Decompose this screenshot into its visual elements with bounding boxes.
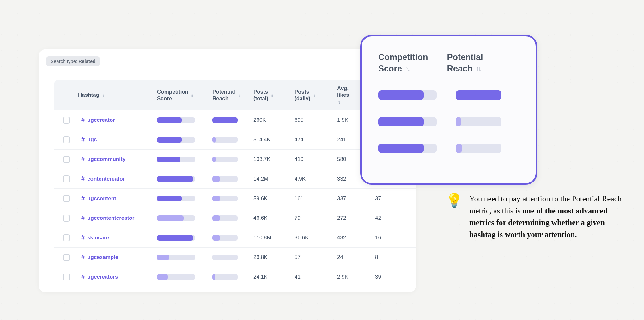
competition-bar [157,274,195,280]
posts-daily-cell: 695 [291,110,334,130]
hashtag-cell[interactable]: # ugccreator [78,110,154,130]
reach-bar [212,196,238,201]
avg-likes-cell: 337 [334,189,372,208]
posts-total-cell: 26.8K [250,248,291,267]
row-checkbox-cell [54,267,78,287]
row-checkbox[interactable] [63,156,70,163]
header-avg-likes-label: Avg.likes↑↓ [337,85,349,105]
hashtag-cell[interactable]: # contentcreator [78,169,154,188]
row-checkbox[interactable] [63,215,70,222]
avg-likes-cell: 432 [334,228,372,247]
row-checkbox[interactable] [63,234,70,241]
extra-cell: 42 [372,208,410,228]
hash-icon: # [81,214,85,222]
reach-bar [212,274,238,280]
header-reach[interactable]: PotentialReach ↑↓ [209,80,250,110]
posts-daily-cell: 79 [291,208,334,228]
callout-header-competition: Competition Score ↑↓ [378,52,428,75]
posts-total-cell: 103.7K [250,150,291,169]
hash-icon: # [81,116,85,124]
hashtag-cell[interactable]: # ugcexample [78,248,154,267]
posts-daily-cell: 410 [291,150,334,169]
row-checkbox[interactable] [63,117,70,124]
hashtag-cell[interactable]: # ugccontentcreator [78,208,154,228]
header-hashtag[interactable]: Hashtag ↑↓ [78,80,154,110]
metric-callout: Competition Score ↑↓ Potential Reach ↑↓ [360,35,537,185]
header-reach-label: PotentialReach [212,89,235,102]
row-checkbox[interactable] [63,274,70,280]
callout-row [378,90,519,100]
reach-cell [209,169,250,188]
row-checkbox-cell [54,208,78,228]
posts-daily-cell: 36.6K [291,228,334,247]
callout-header-reach: Potential Reach ↑↓ [447,52,483,75]
row-checkbox-cell [54,110,78,130]
hashtag-cell[interactable]: # ugc [78,130,154,149]
reach-cell [209,267,250,287]
row-checkbox-cell [54,169,78,188]
search-type-value: Related [78,58,95,64]
competition-bar [157,215,195,221]
sort-icon: ↑↓ [476,64,480,74]
posts-total-cell: 59.6K [250,189,291,208]
row-checkbox[interactable] [63,254,70,261]
hashtag-cell[interactable]: # ugccreators [78,267,154,287]
extra-cell: 39 [372,267,410,287]
reach-bar [212,235,238,241]
callout-row [378,117,519,126]
reach-cell [209,189,250,208]
competition-bar [157,255,195,260]
row-checkbox[interactable] [63,195,70,202]
hashtag-text: ugccreator [87,117,115,123]
avg-likes-cell: 24 [334,248,372,267]
competition-cell [154,228,209,247]
table-row: # ugcexample 26.8K 57 24 8 [54,248,416,267]
row-checkbox-cell [54,228,78,247]
extra-cell: 8 [372,248,410,267]
competition-cell [154,169,209,188]
sort-icon: ↑↓ [312,93,314,98]
hash-icon: # [81,274,85,281]
sort-icon: ↑↓ [101,93,103,98]
table-row: # ugccreators 24.1K 41 2.9K 39 [54,267,416,287]
row-checkbox-cell [54,130,78,149]
sort-icon: ↑↓ [270,93,272,98]
results-card: Search type: Related Hashtag ↑↓ Competit… [39,49,416,292]
extra-cell: 37 [372,189,410,208]
search-type-label: Search type: [51,58,77,64]
competition-cell [154,267,209,287]
hashtag-cell[interactable]: # ugccommunity [78,150,154,169]
callout-competition-bar [378,117,437,126]
hashtag-text: ugc [87,137,97,143]
hashtag-cell[interactable]: # skincare [78,228,154,247]
reach-cell [209,150,250,169]
row-checkbox[interactable] [63,175,70,182]
header-competition[interactable]: CompetitionScore ↑↓ [154,80,209,110]
avg-likes-cell: 272 [334,208,372,228]
callout-reach-bar [456,117,501,126]
competition-cell [154,130,209,149]
hashtag-cell[interactable]: # ugccontent [78,189,154,208]
hash-icon: # [81,136,85,143]
posts-daily-cell: 57 [291,248,334,267]
competition-bar [157,176,195,182]
hash-icon: # [81,254,85,261]
posts-daily-cell: 161 [291,189,334,208]
avg-likes-cell: 2.9K [334,267,372,287]
sort-icon: ↑↓ [237,93,239,98]
header-posts-daily[interactable]: Posts(daily) ↑↓ [291,80,334,110]
hash-icon: # [81,195,85,202]
row-checkbox-cell [54,150,78,169]
tip-note: 💡 You need to pay attention to the Poten… [446,193,623,240]
posts-total-cell: 110.8M [250,228,291,247]
competition-bar [157,235,195,241]
callout-reach-bar [456,90,501,100]
row-checkbox[interactable] [63,136,70,143]
header-posts-total[interactable]: Posts(total) ↑↓ [250,80,291,110]
search-type-chip: Search type: Related [46,56,100,66]
reach-cell [209,208,250,228]
reach-bar [212,137,238,143]
competition-cell [154,189,209,208]
reach-cell [209,228,250,247]
reach-bar [212,157,238,162]
